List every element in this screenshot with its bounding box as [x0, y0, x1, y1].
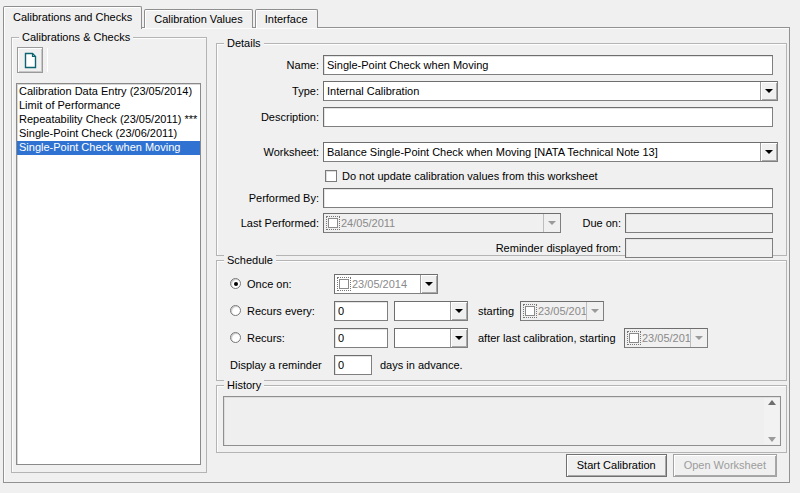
recurs-every-count-input[interactable]: 0: [334, 301, 388, 321]
once-on-radio[interactable]: [230, 278, 241, 289]
tab-calibrations-and-checks[interactable]: Calibrations and Checks: [3, 6, 142, 29]
history-title: History: [224, 379, 264, 391]
history-panel: History: [216, 385, 787, 453]
date-checkbox-focus: [337, 277, 351, 291]
due-on-input: [625, 213, 773, 233]
chevron-down-icon: [690, 329, 707, 347]
recurs-every-unit-select[interactable]: [394, 301, 468, 321]
once-on-date: 23/05/2014: [352, 275, 420, 293]
start-calibration-button[interactable]: Start Calibration: [566, 454, 667, 477]
reminder-days-input[interactable]: 0: [334, 355, 372, 375]
recurs-every-label: Recurs every:: [247, 301, 315, 321]
name-input[interactable]: Single-Point Check when Moving: [323, 55, 773, 75]
history-scrollbar[interactable]: [764, 398, 779, 444]
type-select[interactable]: Internal Calibration: [323, 81, 778, 101]
chevron-down-icon[interactable]: [450, 329, 467, 347]
once-on-datepicker[interactable]: 23/05/2014: [334, 274, 438, 294]
list-item[interactable]: Single-Point Check (23/06/2011): [17, 127, 200, 141]
date-checkbox: [629, 333, 639, 343]
chevron-down-icon[interactable]: [760, 143, 777, 161]
date-checkbox: [328, 218, 338, 228]
list-item[interactable]: Calibration Data Entry (23/05/2014): [17, 85, 200, 99]
chevron-down-icon[interactable]: [450, 302, 467, 320]
no-update-checkbox-row: Do not update calibration values from th…: [325, 166, 598, 186]
schedule-panel: Schedule Once on: 23/05/2014 Recurs ever…: [216, 260, 787, 381]
date-checkbox[interactable]: [339, 279, 349, 289]
details-title: Details: [224, 37, 264, 49]
new-calibration-button[interactable]: [17, 47, 43, 73]
date-checkbox-focus: [523, 304, 537, 318]
last-performed-label: Last Performed:: [219, 213, 319, 233]
list-item[interactable]: Repeatability Check (23/05/2011) ***: [17, 113, 200, 127]
open-worksheet-button: Open Worksheet: [673, 454, 777, 477]
recurs-every-radio[interactable]: [230, 305, 241, 316]
description-input[interactable]: [323, 107, 773, 127]
toolbar-separator: [47, 48, 48, 72]
calibrations-checks-title: Calibrations & Checks: [19, 31, 133, 43]
chevron-down-icon: [543, 214, 560, 232]
type-label: Type:: [219, 81, 319, 101]
tab-interface[interactable]: Interface: [255, 9, 318, 28]
scroll-down-icon[interactable]: [768, 437, 776, 442]
schedule-title: Schedule: [224, 254, 276, 266]
recurs-every-start-date: 23/05/2011: [538, 302, 586, 320]
no-update-checkbox[interactable]: [325, 170, 337, 182]
reminder-before-label: Display a reminder: [230, 355, 322, 375]
performed-by-input[interactable]: [323, 188, 773, 208]
recurs-unit-select[interactable]: [394, 328, 468, 348]
date-checkbox: [525, 306, 535, 316]
chevron-down-icon[interactable]: [760, 82, 777, 100]
recurs-count-input[interactable]: 0: [334, 328, 388, 348]
list-item-selected[interactable]: Single-Point Check when Moving: [17, 141, 200, 155]
chevron-down-icon: [586, 302, 603, 320]
reminder-from-label: Reminder displayed from:: [219, 238, 621, 258]
date-checkbox-focus: [326, 216, 340, 230]
worksheet-value: Balance Single-Point Check when Moving […: [324, 143, 760, 161]
once-on-label: Once on:: [247, 274, 292, 294]
tab-bar: Calibrations and Checks Calibration Valu…: [3, 4, 320, 28]
history-textarea: [223, 396, 781, 446]
recurs-unit-value: [395, 329, 450, 347]
recurs-every-unit-value: [395, 302, 450, 320]
calibrations-checks-panel: Calibrations & Checks Calibration Data E…: [11, 37, 207, 473]
recurs-radio[interactable]: [230, 332, 241, 343]
details-panel: Details Name: Single-Point Check when Mo…: [216, 43, 787, 256]
list-item[interactable]: Limit of Performance: [17, 99, 200, 113]
recurs-start-datepicker: 23/05/2011: [624, 328, 708, 348]
chevron-down-icon[interactable]: [420, 275, 437, 293]
description-label: Description:: [219, 107, 319, 127]
due-on-label: Due on:: [567, 213, 621, 233]
calibration-window: { "tabs": { "items": [ { "label": "Calib…: [0, 0, 800, 493]
recurs-start-date: 23/05/2011: [642, 329, 690, 347]
scroll-up-icon[interactable]: [768, 400, 776, 405]
recurs-every-start-datepicker: 23/05/2011: [520, 301, 604, 321]
name-label: Name:: [219, 55, 319, 75]
reminder-from-input: [625, 238, 773, 258]
reminder-after-label: days in advance.: [380, 355, 463, 375]
starting-label: starting: [478, 301, 514, 321]
new-document-icon: [23, 52, 38, 69]
type-value: Internal Calibration: [324, 82, 760, 100]
performed-by-label: Performed By:: [219, 188, 319, 208]
tab-page: Calibrations & Checks Calibration Data E…: [3, 27, 790, 483]
calibrations-list[interactable]: Calibration Data Entry (23/05/2014) Limi…: [16, 83, 201, 465]
worksheet-select[interactable]: Balance Single-Point Check when Moving […: [323, 142, 778, 162]
last-performed-value: 24/05/2011: [341, 214, 543, 232]
no-update-checkbox-label: Do not update calibration values from th…: [342, 166, 598, 186]
after-last-calibration-label: after last calibration, starting: [478, 328, 616, 348]
last-performed-datepicker: 24/05/2011: [323, 213, 561, 233]
date-checkbox-focus: [627, 331, 641, 345]
tab-calibration-values[interactable]: Calibration Values: [144, 9, 252, 28]
recurs-label: Recurs:: [247, 328, 285, 348]
action-button-row: Start Calibration Open Worksheet: [566, 454, 777, 477]
worksheet-label: Worksheet:: [219, 142, 319, 162]
